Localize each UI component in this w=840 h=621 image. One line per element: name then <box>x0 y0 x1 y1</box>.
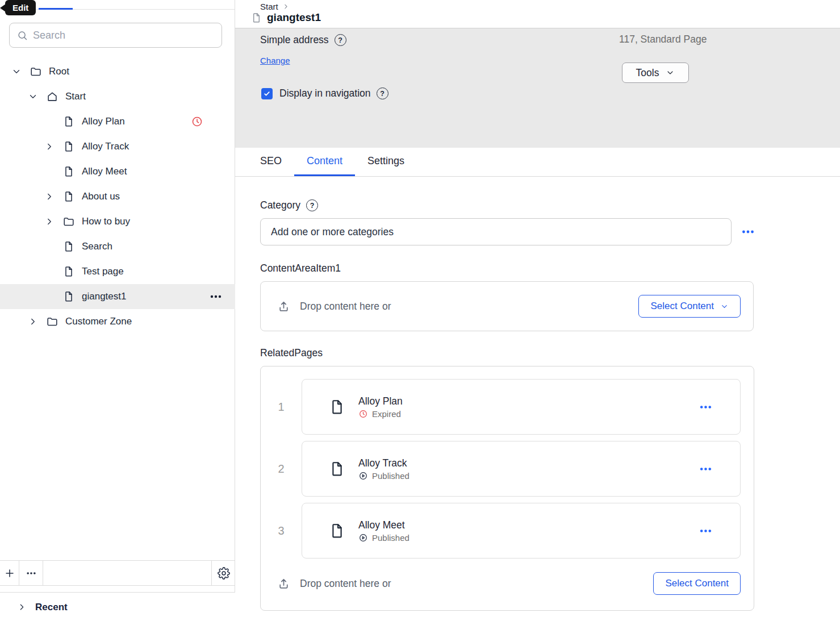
edit-tooltip: Edit <box>0 0 36 15</box>
tree-item[interactable]: Alloy Track <box>0 134 235 159</box>
item-more-button[interactable] <box>209 290 223 303</box>
published-play-icon <box>358 471 368 481</box>
node-type-icon <box>62 140 75 153</box>
recent-label: Recent <box>35 602 68 613</box>
tree-item[interactable]: Test page <box>0 259 235 284</box>
category-label: Category <box>260 199 300 211</box>
display-in-navigation-checkbox[interactable] <box>261 88 273 99</box>
tree-item-label: Alloy Track <box>82 141 129 152</box>
tree-item-label: giangtest1 <box>82 291 126 302</box>
node-type-icon <box>62 265 75 278</box>
node-type-icon <box>46 90 58 103</box>
plus-icon <box>3 567 16 580</box>
expand-chevron-icon[interactable] <box>44 216 55 227</box>
related-pages-label-row: RelatedPages <box>260 347 840 359</box>
related-item-title: Alloy Track <box>358 457 409 469</box>
expand-chevron-icon[interactable] <box>28 91 38 102</box>
item-more-button[interactable] <box>699 462 713 476</box>
change-link[interactable]: Change <box>260 56 290 65</box>
category-more-button[interactable] <box>741 224 755 239</box>
tree-item[interactable]: Search <box>0 234 235 259</box>
related-item-row: 1 Alloy Plan Expired <box>261 379 754 435</box>
recent-panel: Recent <box>0 592 235 621</box>
status-label: Published <box>372 471 409 481</box>
select-content-button[interactable]: Select Content <box>653 572 741 595</box>
help-icon[interactable]: ? <box>306 199 318 211</box>
related-item-card[interactable]: Alloy Plan Expired <box>302 379 741 435</box>
expand-chevron-icon[interactable] <box>44 141 55 152</box>
editor-main: Start giangtest1 Simple address ? Change… <box>235 0 840 621</box>
page-tree: Root Start Alloy Plan Alloy Track Alloy … <box>0 59 235 334</box>
item-more-button[interactable] <box>699 400 713 414</box>
related-item-index: 2 <box>261 462 302 476</box>
expired-clock-icon <box>358 409 368 419</box>
expand-chevron-icon <box>44 266 55 277</box>
node-type-icon <box>46 315 58 328</box>
tree-settings-button[interactable] <box>212 561 235 585</box>
content-area-label-row: ContentAreaItem1 <box>260 262 840 274</box>
tree-item[interactable]: Root <box>0 59 235 84</box>
published-play-icon <box>358 533 368 543</box>
chevron-down-icon <box>720 302 729 311</box>
category-input[interactable] <box>260 218 732 245</box>
tab-settings[interactable]: Settings <box>355 148 417 176</box>
related-item-text: Alloy Plan Expired <box>358 395 403 419</box>
related-item-title: Alloy Meet <box>358 519 409 531</box>
add-page-button[interactable] <box>0 561 19 585</box>
status-label: Expired <box>372 409 401 419</box>
recent-section-toggle[interactable]: Recent <box>0 593 235 621</box>
tab-content[interactable]: Content <box>294 148 355 176</box>
page-meta: 117, Standard Page <box>619 34 707 45</box>
tree-item[interactable]: Customer Zone <box>0 309 235 334</box>
tree-more-button[interactable] <box>19 561 43 585</box>
tree-item[interactable]: About us <box>0 184 235 209</box>
tree-item-label: Search <box>82 241 112 252</box>
chevron-down-icon <box>666 68 675 77</box>
search-input[interactable] <box>33 30 215 41</box>
related-item-status-row: Published <box>358 471 409 481</box>
help-icon[interactable]: ? <box>335 34 346 46</box>
search-icon <box>16 30 28 41</box>
page-tree-search[interactable] <box>9 23 222 48</box>
tree-item[interactable]: Start <box>0 84 235 109</box>
tree-item[interactable]: giangtest1 <box>0 284 235 309</box>
node-type-icon <box>62 115 75 128</box>
tools-button[interactable]: Tools <box>622 62 689 83</box>
expand-chevron-icon[interactable] <box>44 191 55 202</box>
editor-tabs: SEOContentSettings <box>235 148 840 177</box>
tree-toolbar <box>0 560 235 586</box>
node-type-icon <box>62 190 75 203</box>
upload-icon <box>277 577 291 591</box>
page-title-row: giangtest1 <box>250 11 321 24</box>
related-pages-dropzone[interactable]: Drop content here or Select Content <box>261 565 754 602</box>
related-item-text: Alloy Track Published <box>358 457 409 481</box>
related-item-text: Alloy Meet Published <box>358 519 409 543</box>
gear-icon <box>218 567 230 580</box>
category-label-row: Category ? <box>260 199 840 211</box>
content-area-label: ContentAreaItem1 <box>260 262 341 274</box>
tools-button-label: Tools <box>636 67 659 79</box>
status-label: Published <box>372 533 409 543</box>
help-icon[interactable]: ? <box>377 87 388 99</box>
related-item-card[interactable]: Alloy Meet Published <box>302 503 741 559</box>
related-item-card[interactable]: Alloy Track Published <box>302 441 741 497</box>
file-icon <box>328 522 346 540</box>
select-content-button[interactable]: Select Content <box>638 295 741 318</box>
simple-address-row: Simple address ? <box>260 34 346 46</box>
breadcrumb[interactable]: Start <box>260 2 290 11</box>
tree-item[interactable]: How to buy <box>0 209 235 234</box>
related-items: 1 Alloy Plan Expired 2 Alloy Track Publi… <box>261 379 754 559</box>
node-type-icon <box>62 290 75 303</box>
node-type-icon <box>62 215 75 228</box>
active-tab-underline <box>39 8 73 10</box>
expand-chevron-icon[interactable] <box>11 66 22 77</box>
tree-item[interactable]: Alloy Meet <box>0 159 235 184</box>
page-title: giangtest1 <box>267 11 321 24</box>
expand-chevron-icon[interactable] <box>28 316 38 327</box>
tree-item[interactable]: Alloy Plan <box>0 109 235 134</box>
expired-clock-icon <box>191 115 203 128</box>
select-content-label: Select Content <box>650 301 714 312</box>
tab-seo[interactable]: SEO <box>248 148 294 176</box>
item-more-button[interactable] <box>699 524 713 538</box>
content-area-dropzone[interactable]: Drop content here or Select Content <box>260 281 754 331</box>
